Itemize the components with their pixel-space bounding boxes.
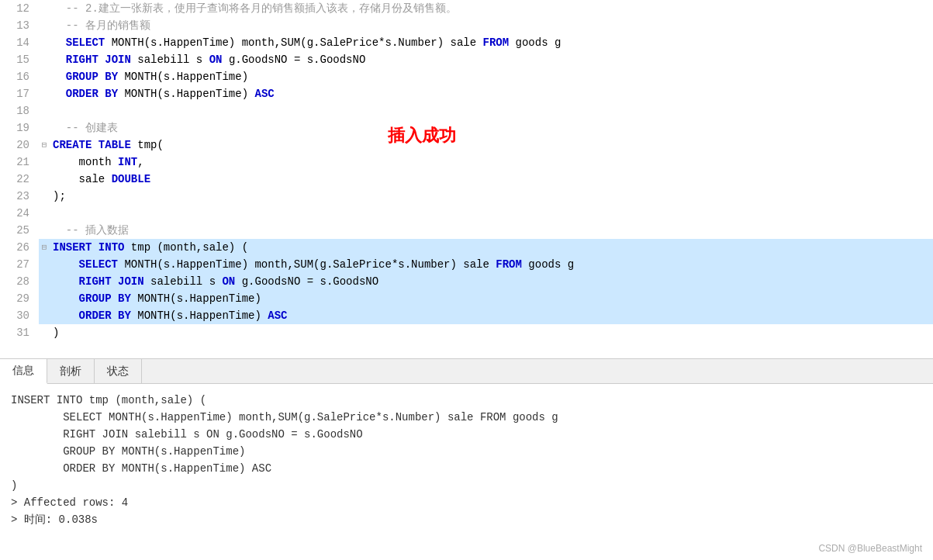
line-content: -- 2.建立一张新表，使用子查询将各月的销售额插入该表，存储月份及销售额。 (50, 0, 933, 17)
code-line: 20⊟CREATE TABLE tmp( (0, 137, 933, 154)
tabs-bar: 信息剖析状态 (0, 359, 933, 384)
output-line: ) (11, 477, 922, 494)
code-line: 26⊟INSERT INTO tmp (month,sale) ( (0, 239, 933, 256)
code-line: 24 (0, 205, 933, 222)
line-number: 16 (0, 68, 39, 85)
line-content: sale DOUBLE (50, 171, 933, 188)
line-number: 13 (0, 17, 39, 34)
line-content: SELECT MONTH(s.HappenTime) month,SUM(g.S… (50, 34, 933, 51)
line-content: CREATE TABLE tmp( (50, 137, 933, 154)
line-number: 31 (0, 324, 39, 341)
tab-剖析[interactable]: 剖析 (47, 359, 95, 384)
code-line: 18 (0, 102, 933, 119)
line-number: 17 (0, 85, 39, 102)
code-line: 23); (0, 188, 933, 205)
line-content: GROUP BY MONTH(s.HappenTime) (50, 290, 933, 307)
line-number: 22 (0, 171, 39, 188)
editor-area: 12 -- 2.建立一张新表，使用子查询将各月的销售额插入该表，存储月份及销售额… (0, 0, 933, 358)
code-line: 29 GROUP BY MONTH(s.HappenTime) (0, 290, 933, 307)
code-line: 12 -- 2.建立一张新表，使用子查询将各月的销售额插入该表，存储月份及销售额… (0, 0, 933, 17)
line-number: 30 (0, 307, 39, 324)
line-number: 24 (0, 205, 39, 222)
line-number: 25 (0, 222, 39, 239)
tab-状态[interactable]: 状态 (95, 359, 142, 384)
line-collapse[interactable]: ⊟ (39, 239, 50, 256)
line-content: ORDER BY MONTH(s.HappenTime) ASC (50, 307, 933, 324)
output-line: INSERT INTO tmp (month,sale) ( (11, 392, 922, 409)
line-content: SELECT MONTH(s.HappenTime) month,SUM(g.S… (50, 256, 933, 273)
line-number: 20 (0, 137, 39, 154)
line-content: GROUP BY MONTH(s.HappenTime) (50, 68, 933, 85)
line-content: RIGHT JOIN salebill s ON g.GoodsNO = s.G… (50, 273, 933, 290)
line-number: 18 (0, 102, 39, 119)
line-number: 14 (0, 34, 39, 51)
line-content: RIGHT JOIN salebill s ON g.GoodsNO = s.G… (50, 51, 933, 68)
line-number: 28 (0, 273, 39, 290)
code-line: 14 SELECT MONTH(s.HappenTime) month,SUM(… (0, 34, 933, 51)
line-content (50, 102, 933, 119)
line-content: -- 创建表 (50, 119, 933, 137)
code-line: 28 RIGHT JOIN salebill s ON g.GoodsNO = … (0, 273, 933, 290)
line-content: -- 各月的销售额 (50, 17, 933, 34)
bottom-panel: 信息剖析状态 INSERT INTO tmp (month,sale) ( SE… (0, 358, 933, 560)
output-area[interactable]: INSERT INTO tmp (month,sale) ( SELECT MO… (0, 384, 933, 560)
code-line: 25 -- 插入数据 (0, 222, 933, 239)
line-number: 26 (0, 239, 39, 256)
line-content: -- 插入数据 (50, 222, 933, 239)
code-line: 30 ORDER BY MONTH(s.HappenTime) ASC (0, 307, 933, 324)
code-line: 15 RIGHT JOIN salebill s ON g.GoodsNO = … (0, 51, 933, 68)
output-line: GROUP BY MONTH(s.HappenTime) (11, 443, 922, 460)
line-content: ); (50, 188, 933, 205)
line-number: 21 (0, 154, 39, 171)
output-line: SELECT MONTH(s.HappenTime) month,SUM(g.S… (11, 409, 922, 426)
tab-信息[interactable]: 信息 (0, 359, 47, 384)
code-line: 13 -- 各月的销售额 (0, 17, 933, 34)
line-content: INSERT INTO tmp (month,sale) ( (50, 239, 933, 256)
line-content: ORDER BY MONTH(s.HappenTime) ASC (50, 85, 933, 102)
code-line: 19 -- 创建表 (0, 119, 933, 137)
code-line: 22 sale DOUBLE (0, 171, 933, 188)
line-number: 27 (0, 256, 39, 273)
line-content: month INT, (50, 154, 933, 171)
output-line: ORDER BY MONTH(s.HappenTime) ASC (11, 460, 922, 477)
code-line: 17 ORDER BY MONTH(s.HappenTime) ASC (0, 85, 933, 102)
code-container[interactable]: 12 -- 2.建立一张新表，使用子查询将各月的销售额插入该表，存储月份及销售额… (0, 0, 933, 358)
code-line: 16 GROUP BY MONTH(s.HappenTime) (0, 68, 933, 85)
line-collapse[interactable]: ⊟ (39, 137, 50, 154)
output-line: > Affected rows: 4 (11, 494, 922, 511)
code-line: 27 SELECT MONTH(s.HappenTime) month,SUM(… (0, 256, 933, 273)
line-number: 23 (0, 188, 39, 205)
line-number: 29 (0, 290, 39, 307)
line-number: 15 (0, 51, 39, 68)
line-content (50, 205, 933, 222)
line-number: 19 (0, 119, 39, 137)
output-line: RIGHT JOIN salebill s ON g.GoodsNO = s.G… (11, 426, 922, 443)
code-line: 31) (0, 324, 933, 341)
output-line: > 时间: 0.038s (11, 511, 922, 528)
line-content: ) (50, 324, 933, 341)
code-line: 21 month INT, (0, 154, 933, 171)
watermark: CSDN @BlueBeastMight (818, 543, 922, 554)
line-number: 12 (0, 0, 39, 17)
